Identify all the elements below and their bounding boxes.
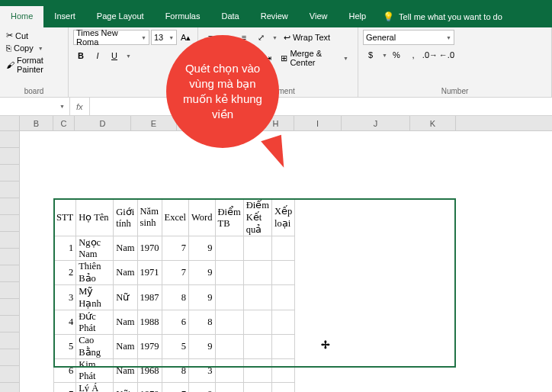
table-cell[interactable] <box>215 236 243 261</box>
table-cell[interactable]: 8 <box>162 285 188 310</box>
table-cell[interactable] <box>243 335 271 359</box>
decrease-decimal-icon[interactable]: ←.0 <box>439 47 454 63</box>
table-cell[interactable]: Nam <box>114 335 137 359</box>
format-painter-button[interactable]: 🖌Format Painter <box>5 55 63 75</box>
table-cell[interactable]: 8 <box>162 359 188 383</box>
table-header-cell[interactable]: Xếp loại <box>271 199 294 236</box>
table-cell[interactable] <box>271 285 294 310</box>
table-cell[interactable] <box>215 285 243 310</box>
table-cell[interactable]: 5 <box>54 335 76 359</box>
tab-review[interactable]: Review <box>250 6 299 27</box>
row-header[interactable] <box>0 232 20 249</box>
table-cell[interactable] <box>215 335 243 359</box>
table-cell[interactable]: 1968 <box>137 359 162 383</box>
table-cell[interactable] <box>271 359 294 383</box>
table-cell[interactable] <box>271 261 294 285</box>
tab-page-layout[interactable]: Page Layout <box>86 6 155 27</box>
col-header[interactable]: B <box>20 116 53 130</box>
cut-button[interactable]: ✂Cut <box>5 30 63 41</box>
table-cell[interactable]: 1987 <box>137 285 162 310</box>
table-cell[interactable]: 7 <box>162 383 188 393</box>
table-cell[interactable]: Cao Bằng <box>76 335 114 359</box>
font-name-dropdown[interactable]: Times New Roma▼ <box>73 30 149 45</box>
table-cell[interactable]: Đức Phát <box>76 310 114 335</box>
col-header[interactable]: D <box>75 116 131 130</box>
table-cell[interactable] <box>215 261 243 285</box>
row-header[interactable] <box>0 366 20 383</box>
table-cell[interactable]: 9 <box>189 383 215 393</box>
tab-view[interactable]: View <box>299 6 339 27</box>
table-cell[interactable]: Mỹ Hạnh <box>76 285 114 310</box>
row-header[interactable] <box>0 215 20 232</box>
row-header[interactable] <box>0 182 20 198</box>
table-cell[interactable]: 1971 <box>137 261 162 285</box>
increase-decimal-icon[interactable]: .0→ <box>422 47 438 63</box>
row-header[interactable] <box>0 383 20 392</box>
table-cell[interactable] <box>215 359 243 383</box>
table-cell[interactable]: 1 <box>54 236 76 261</box>
col-header[interactable]: I <box>294 116 342 130</box>
row-header[interactable] <box>0 198 20 215</box>
table-cell[interactable]: 9 <box>189 335 215 359</box>
col-header[interactable]: K <box>410 116 456 130</box>
row-header[interactable] <box>0 349 20 366</box>
table-cell[interactable] <box>243 359 271 383</box>
table-cell[interactable]: Nam <box>114 359 137 383</box>
table-cell[interactable] <box>271 383 294 393</box>
table-header-cell[interactable]: Excel <box>162 199 188 236</box>
table-cell[interactable]: 3 <box>54 285 76 310</box>
row-header[interactable] <box>0 148 20 165</box>
table-cell[interactable]: 1979 <box>137 383 162 393</box>
percent-icon[interactable]: % <box>389 47 404 63</box>
bold-button[interactable]: B <box>73 48 88 63</box>
table-cell[interactable]: 8 <box>189 310 215 335</box>
table-cell[interactable]: Lý Á Hân <box>76 383 114 393</box>
row-header[interactable] <box>0 333 20 349</box>
row-header[interactable] <box>0 316 20 333</box>
table-cell[interactable]: 5 <box>162 335 188 359</box>
table-cell[interactable]: 1970 <box>137 236 162 261</box>
table-header-cell[interactable]: STT <box>54 199 76 236</box>
table-cell[interactable]: 2 <box>54 261 76 285</box>
col-header[interactable]: J <box>342 116 410 130</box>
table-cell[interactable] <box>243 261 271 285</box>
table-header-cell[interactable]: Word <box>189 199 215 236</box>
tab-formulas[interactable]: Formulas <box>155 6 211 27</box>
table-cell[interactable]: Nam <box>114 310 137 335</box>
table-cell[interactable] <box>271 335 294 359</box>
table-cell[interactable]: 1979 <box>137 335 162 359</box>
table-cell[interactable]: 4 <box>54 310 76 335</box>
currency-icon[interactable]: $ <box>363 47 378 63</box>
table-cell[interactable]: Ngọc Nam <box>76 236 114 261</box>
table-header-cell[interactable]: Điểm TB <box>215 199 243 236</box>
table-cell[interactable]: Nữ <box>114 383 137 393</box>
name-box[interactable]: ▼ <box>0 98 70 115</box>
table-cell[interactable] <box>271 310 294 335</box>
number-format-dropdown[interactable]: General▼ <box>363 30 454 45</box>
table-header-cell[interactable]: Họ Tên <box>76 199 114 236</box>
table-cell[interactable]: Nam <box>114 236 137 261</box>
table-cell[interactable] <box>271 236 294 261</box>
table-header-cell[interactable]: Điểm Kết quả <box>243 199 271 236</box>
table-header-cell[interactable]: Năm sinh <box>137 199 162 236</box>
row-header[interactable] <box>0 131 20 148</box>
table-cell[interactable]: 7 <box>54 383 76 393</box>
row-header[interactable] <box>0 299 20 316</box>
table-cell[interactable]: 6 <box>54 359 76 383</box>
col-header[interactable]: C <box>53 116 75 130</box>
table-cell[interactable]: 1988 <box>137 310 162 335</box>
table-cell[interactable]: 7 <box>162 236 188 261</box>
tell-me-search[interactable]: 💡 Tell me what you want to do <box>377 6 509 27</box>
formula-input[interactable] <box>90 98 552 115</box>
tab-help[interactable]: Help <box>338 6 377 27</box>
tab-insert[interactable]: Insert <box>43 6 86 27</box>
tab-data[interactable]: Data <box>210 6 249 27</box>
table-cell[interactable]: 9 <box>189 236 215 261</box>
table-cell[interactable]: 9 <box>189 261 215 285</box>
table-cell[interactable] <box>243 383 271 393</box>
comma-icon[interactable]: , <box>406 47 421 63</box>
copy-button[interactable]: ⎘Copy▼ <box>5 43 63 53</box>
row-header[interactable] <box>0 249 20 265</box>
table-cell[interactable] <box>243 236 271 261</box>
table-header-cell[interactable]: Giới tính <box>114 199 137 236</box>
